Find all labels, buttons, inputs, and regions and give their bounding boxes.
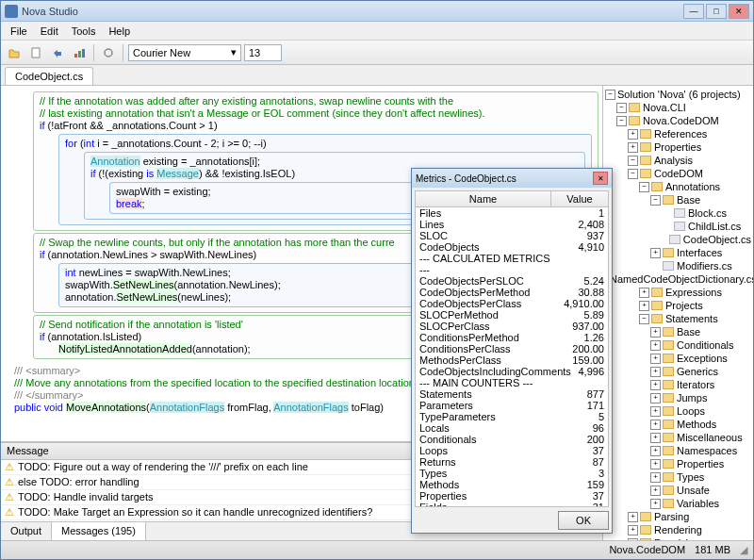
- undo-button[interactable]: [48, 43, 67, 62]
- dialog-titlebar[interactable]: Metrics - CodeObject.cs ✕: [412, 169, 612, 188]
- tree-item[interactable]: +Types: [605, 470, 751, 484]
- tree-item[interactable]: CodeObject.cs: [605, 233, 751, 246]
- expand-icon[interactable]: +: [650, 446, 661, 456]
- tab-messages[interactable]: Messages (195): [52, 522, 146, 540]
- metric-row[interactable]: ConditionsPerClass200.00: [416, 343, 608, 354]
- metrics-col-name[interactable]: Name: [416, 191, 551, 206]
- font-size-select[interactable]: 13: [244, 44, 282, 61]
- expand-icon[interactable]: −: [605, 90, 615, 100]
- expand-icon[interactable]: −: [616, 103, 627, 113]
- solution-explorer[interactable]: −Solution 'Nova' (6 projects)−Nova.CLI−N…: [602, 86, 753, 540]
- expand-icon[interactable]: +: [650, 327, 661, 338]
- menu-tools[interactable]: Tools: [66, 24, 102, 39]
- tree-item[interactable]: +Unsafe: [605, 484, 751, 497]
- tree-item[interactable]: +Properties: [605, 457, 751, 470]
- metric-row[interactable]: Types3: [416, 468, 608, 479]
- dialog-close-button[interactable]: ✕: [593, 172, 608, 185]
- expand-icon[interactable]: +: [628, 129, 638, 140]
- tree-item[interactable]: ChildList.cs: [605, 220, 751, 233]
- tree-item[interactable]: Block.cs: [605, 206, 751, 220]
- expand-icon[interactable]: +: [650, 406, 661, 417]
- metric-row[interactable]: CodeObjectsPerSLOC5.24: [416, 275, 608, 287]
- metric-row[interactable]: Locals96: [416, 422, 608, 434]
- minimize-button[interactable]: —: [683, 4, 704, 19]
- tree-item[interactable]: −Analysis: [605, 154, 751, 167]
- tree-item[interactable]: +Loops: [605, 404, 751, 418]
- tree-item[interactable]: +Expressions: [605, 286, 751, 299]
- expand-icon[interactable]: −: [628, 169, 638, 179]
- tree-item[interactable]: +Exceptions: [605, 352, 751, 365]
- menu-edit[interactable]: Edit: [35, 24, 64, 39]
- tree-item[interactable]: NamedCodeObjectDictionary.cs: [605, 272, 751, 286]
- tree-item[interactable]: +Properties: [605, 140, 751, 154]
- expand-icon[interactable]: +: [650, 340, 661, 351]
- tab-codeobject[interactable]: CodeObject.cs: [5, 67, 93, 85]
- tree-item[interactable]: +Base: [605, 325, 751, 338]
- metric-row[interactable]: CodeObjectsPerMethod30.88: [416, 287, 608, 298]
- tree-item[interactable]: +Projects: [605, 299, 751, 312]
- tree-item[interactable]: +Interfaces: [605, 246, 751, 259]
- metric-row[interactable]: Files1: [416, 207, 608, 219]
- metrics-col-value[interactable]: Value: [551, 191, 608, 206]
- metrics-dialog[interactable]: Metrics - CodeObject.cs ✕ Name Value Fil…: [411, 168, 613, 534]
- tree-item[interactable]: +Miscellaneous: [605, 431, 751, 444]
- expand-icon[interactable]: +: [628, 512, 638, 522]
- menu-file[interactable]: File: [5, 24, 33, 39]
- metrics-list[interactable]: Files1Lines2,408SLOC937CodeObjects4,910-…: [415, 207, 609, 507]
- tree-item[interactable]: +Parsing: [605, 510, 751, 523]
- metric-row[interactable]: Returns87: [416, 456, 608, 468]
- expand-icon[interactable]: +: [639, 301, 649, 311]
- expand-icon[interactable]: −: [616, 116, 627, 126]
- close-button[interactable]: ✕: [729, 4, 749, 19]
- metric-row[interactable]: --- CALCULATED METRICS ---: [416, 253, 608, 275]
- expand-icon[interactable]: −: [639, 314, 649, 324]
- tree-root[interactable]: −Solution 'Nova' (6 projects): [605, 88, 751, 101]
- tree-item[interactable]: +Generics: [605, 365, 751, 378]
- stats-button[interactable]: [70, 43, 89, 62]
- tree-item[interactable]: +Iterators: [605, 378, 751, 391]
- tree-item[interactable]: +Variables: [605, 497, 751, 510]
- font-select[interactable]: Courier New ▾: [128, 44, 241, 61]
- metric-row[interactable]: CodeObjects4,910: [416, 241, 608, 253]
- open-button[interactable]: [5, 43, 24, 62]
- tree-item[interactable]: +Methods: [605, 418, 751, 431]
- tree-item[interactable]: Modifiers.cs: [605, 259, 751, 272]
- tree-item[interactable]: −Statements: [605, 312, 751, 325]
- expand-icon[interactable]: +: [650, 248, 661, 258]
- expand-icon[interactable]: −: [650, 195, 661, 206]
- metric-row[interactable]: SLOCPerMethod5.89: [416, 309, 608, 321]
- expand-icon[interactable]: +: [650, 354, 661, 364]
- expand-icon[interactable]: +: [628, 142, 638, 153]
- expand-icon[interactable]: +: [650, 499, 661, 509]
- tree-item[interactable]: −Nova.CLI: [605, 101, 751, 114]
- tree-item[interactable]: −CodeDOM: [605, 167, 751, 180]
- menu-help[interactable]: Help: [103, 24, 136, 39]
- new-button[interactable]: [26, 43, 45, 62]
- expand-icon[interactable]: +: [628, 525, 638, 535]
- tree-item[interactable]: −Base: [605, 193, 751, 206]
- config-button[interactable]: [99, 43, 118, 62]
- metric-row[interactable]: --- MAIN COUNTERS ---: [416, 377, 608, 388]
- metric-row[interactable]: SLOCPerClass937.00: [416, 321, 608, 332]
- expand-icon[interactable]: +: [650, 420, 661, 430]
- metric-row[interactable]: CodeObjectsPerClass4,910.00: [416, 298, 608, 309]
- metric-row[interactable]: Properties37: [416, 490, 608, 502]
- expand-icon[interactable]: +: [650, 459, 661, 469]
- tree-item[interactable]: +Jumps: [605, 391, 751, 404]
- metric-row[interactable]: Methods159: [416, 479, 608, 490]
- metric-row[interactable]: TypeParameters5: [416, 411, 608, 422]
- ok-button[interactable]: OK: [558, 511, 609, 530]
- metric-row[interactable]: Loops37: [416, 445, 608, 456]
- tree-item[interactable]: −Annotations: [605, 180, 751, 193]
- metric-row[interactable]: ConditionsPerMethod1.26: [416, 332, 608, 343]
- tree-item[interactable]: +Namespaces: [605, 444, 751, 457]
- tree-item[interactable]: +References: [605, 127, 751, 140]
- metric-row[interactable]: MethodsPerClass159.00: [416, 354, 608, 366]
- metric-row[interactable]: Parameters171: [416, 400, 608, 411]
- tab-output[interactable]: Output: [1, 522, 52, 540]
- expand-icon[interactable]: +: [650, 486, 661, 496]
- resize-grip-icon[interactable]: ◢: [740, 544, 747, 556]
- maximize-button[interactable]: □: [706, 4, 727, 19]
- tree-item[interactable]: −Nova.CodeDOM: [605, 114, 751, 127]
- tree-item[interactable]: +Conditionals: [605, 338, 751, 352]
